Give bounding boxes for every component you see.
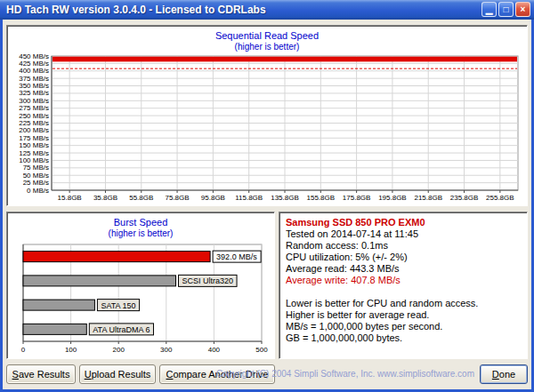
burst-chart-title: Burst Speed [7,217,274,228]
done-button[interactable]: Done [480,364,528,384]
svg-text:ATA UltraDMA 6: ATA UltraDMA 6 [93,325,150,334]
svg-text:75.8GB: 75.8GB [166,194,190,202]
info-line: Higher is better for average read. [286,309,521,321]
svg-text:175.8GB: 175.8GB [343,194,371,202]
sequential-read-svg: 450 MB/s425 MB/s400 MB/s375 MB/s350 MB/s… [12,54,522,202]
svg-text:SCSI Ultra320: SCSI Ultra320 [182,276,234,285]
svg-text:SATA 150: SATA 150 [101,301,135,310]
maximize-icon[interactable]: □ [498,2,514,17]
info-line: Average read: 443.3 MB/s [286,263,521,275]
hdtach-window: HD Tach RW version 3.0.4.0 - Licensed to… [0,0,534,392]
copyright-text: Copyright (C) 2004 Simpli Software, Inc.… [216,369,474,379]
info-line: MB/s = 1,000,000 bytes per second. [286,321,521,332]
burst-speed-plot: 0100200300400500392.0 MB/sSCSI Ultra320S… [12,243,269,355]
titlebar[interactable]: HD Tach RW version 3.0.4.0 - Licensed to… [0,0,534,20]
svg-text:35.8GB: 35.8GB [93,194,117,202]
info-line: CPU utilization: 5% (+/- 2%) [286,252,521,263]
window-title: HD Tach RW version 3.0.4.0 - Licensed to… [6,4,266,16]
svg-text:195.8GB: 195.8GB [378,194,407,202]
burst-chart-subtitle: (higher is better) [7,228,274,238]
svg-text:235.8GB: 235.8GB [450,194,479,202]
svg-text:100: 100 [65,346,77,354]
upload-results-button[interactable]: Upload Results [79,364,156,384]
svg-text:155.8GB: 155.8GB [307,194,336,202]
svg-text:200: 200 [113,346,125,354]
sequential-chart-title: Sequential Read Speed [7,30,527,41]
info-line: Random access: 0.1ms [286,240,521,252]
burst-speed-chart-panel: Burst Speed (higher is better) 010020030… [6,212,275,359]
info-line: GB = 1,000,000,000 bytes. [286,332,521,344]
svg-text:135.8GB: 135.8GB [271,194,299,202]
svg-text:400: 400 [208,346,221,354]
close-icon[interactable]: × [515,2,530,17]
svg-text:0 MB/s: 0 MB/s [27,187,49,195]
sequential-read-plot: 450 MB/s425 MB/s400 MB/s375 MB/s350 MB/s… [12,54,522,202]
minimize-icon[interactable]: ▁ [481,2,497,17]
drive-info-panel: Samsung SSD 850 PRO EXM0Tested on 2014-0… [279,212,528,359]
save-results-button[interactable]: Save Results [6,364,76,384]
svg-text:0: 0 [21,346,26,354]
svg-text:215.8GB: 215.8GB [414,194,442,202]
svg-text:500: 500 [255,346,268,354]
svg-text:115.8GB: 115.8GB [235,194,263,202]
svg-text:55.8GB: 55.8GB [129,194,153,202]
svg-text:255.8GB: 255.8GB [486,194,514,202]
info-line [286,286,521,298]
svg-text:15.8GB: 15.8GB [58,194,82,202]
info-line: Lower is better for CPU and random acces… [286,298,521,309]
sequential-chart-subtitle: (higher is better) [7,42,527,52]
sequential-read-chart-panel: Sequential Read Speed (higher is better)… [6,25,528,206]
burst-speed-svg: 0100200300400500392.0 MB/sSCSI Ultra320S… [12,243,269,355]
info-line: Tested on 2014-07-14 at 11:45 [286,228,521,240]
svg-text:392.0 MB/s: 392.0 MB/s [216,252,257,261]
window-controls: ▁ □ × [481,2,530,17]
svg-text:95.8GB: 95.8GB [201,194,225,202]
dialog-content: Sequential Read Speed (higher is better)… [3,20,531,389]
info-line: Average write: 407.8 MB/s [286,275,521,286]
svg-text:300: 300 [160,346,173,354]
drive-info-lines: Samsung SSD 850 PRO EXM0Tested on 2014-0… [279,212,527,348]
info-line: Samsung SSD 850 PRO EXM0 [286,217,521,228]
